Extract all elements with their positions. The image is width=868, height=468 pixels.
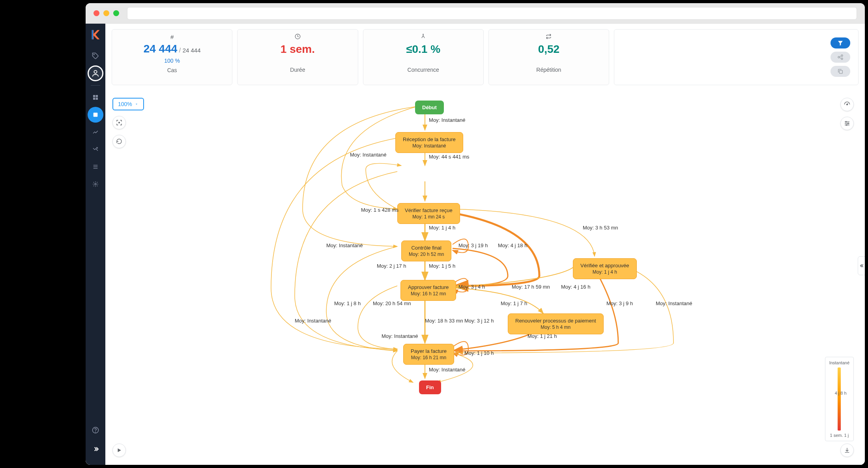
- sliders-button[interactable]: [840, 117, 854, 130]
- node-verifiee[interactable]: Vérifiée et approuvée Moy: 1 j 4 h: [573, 258, 637, 279]
- svg-point-27: [846, 121, 847, 123]
- sidebar-item-process[interactable]: [88, 107, 103, 123]
- node-approuver-title: Approuver facture: [408, 284, 449, 290]
- metric-cas-value: 24 444: [144, 43, 178, 55]
- node-payer[interactable]: Payer la facture Moy: 16 h 21 mn: [403, 344, 454, 365]
- process-canvas[interactable]: 100%: [105, 91, 865, 465]
- edge-label: Moy: 1 s 428 ms: [361, 207, 398, 213]
- svg-line-20: [840, 58, 842, 58]
- node-controle-title: Contrôle final: [409, 245, 444, 251]
- node-verifier-sub: Moy: 1 mn 24 s: [405, 214, 453, 220]
- edge-label: Moy: 17 h 59 mn: [512, 284, 550, 290]
- edge-label: Moy: 2 j 17 h: [377, 263, 406, 269]
- main-area: # 24 444 / 24 444 100 % Cas 1: [105, 24, 865, 465]
- node-reception-title: Réception de la facture: [403, 136, 456, 142]
- canvas-controls-right: [840, 98, 854, 130]
- fullscreen-button[interactable]: [112, 116, 126, 129]
- metric-repetition-label: Répétition: [495, 67, 602, 73]
- edge-label: Moy: Instantané: [326, 242, 363, 248]
- edge-label: Moy: 44 s 441 ms: [429, 154, 470, 160]
- edge-label: Moy: 1 j 4 h: [429, 225, 455, 231]
- svg-point-13: [95, 432, 96, 432]
- svg-point-17: [841, 55, 843, 56]
- maximize-window-button[interactable]: [113, 10, 119, 16]
- sidebar-item-expand[interactable]: [88, 441, 103, 457]
- node-reception-sub: Moy: Instantané: [403, 143, 456, 149]
- metrics-bar: # 24 444 / 24 444 100 % Cas 1: [105, 24, 865, 91]
- sidebar-item-dashboard[interactable]: [88, 89, 103, 105]
- svg-rect-3: [96, 95, 98, 97]
- user-avatar[interactable]: [88, 65, 103, 81]
- metric-duree-value: 1 sem.: [244, 43, 351, 56]
- loop-icon: [495, 34, 602, 41]
- filter-share-button[interactable]: [831, 52, 850, 63]
- node-controle-sub: Moy: 20 h 52 mn: [409, 252, 444, 257]
- svg-point-18: [841, 58, 843, 60]
- node-controle[interactable]: Contrôle final Moy: 20 h 52 mn: [401, 241, 451, 261]
- url-bar[interactable]: [127, 7, 857, 20]
- zoom-level: 100%: [118, 101, 132, 107]
- minimize-window-button[interactable]: [103, 10, 109, 16]
- node-verifier[interactable]: Vérifier facture reçue Moy: 1 mn 24 s: [397, 203, 460, 224]
- node-payer-sub: Moy: 16 h 21 mn: [411, 355, 447, 360]
- collapse-panel-button[interactable]: [858, 256, 865, 275]
- metric-card-cas[interactable]: # 24 444 / 24 444 100 % Cas: [112, 29, 232, 85]
- edge-label: Moy: 3 j 4 h: [458, 284, 485, 290]
- svg-point-16: [838, 56, 840, 58]
- metric-divider: /: [179, 47, 183, 54]
- node-start[interactable]: Début: [415, 101, 444, 114]
- sidebar-item-tag[interactable]: [88, 48, 103, 64]
- browser-window: # 24 444 / 24 444 100 % Cas 1: [86, 3, 865, 465]
- node-verifier-title: Vérifier facture reçue: [405, 207, 453, 213]
- edge-label: Moy: 3 j 9 h: [606, 300, 633, 306]
- svg-rect-4: [93, 98, 95, 100]
- node-renouveler[interactable]: Renouveler processus de paiement Moy: 5 …: [508, 313, 604, 334]
- fork-icon: [370, 34, 477, 41]
- node-renouveler-title: Renouveler processus de paiement: [515, 318, 596, 324]
- sidebar: [86, 24, 105, 465]
- svg-rect-5: [96, 98, 98, 100]
- node-approuver-sub: Moy: 16 h 12 mn: [408, 291, 449, 296]
- edge-label: Moy: 4 j 16 h: [561, 284, 590, 290]
- filter-funnel-button[interactable]: [831, 37, 850, 48]
- node-verifiee-sub: Moy: 1 j 4 h: [580, 269, 629, 275]
- node-payer-title: Payer la facture: [411, 348, 447, 354]
- edge-label: Moy: 3 j 19 h: [458, 242, 488, 248]
- metric-concurrence-value: ≤0.1 %: [370, 43, 477, 56]
- filter-copy-button[interactable]: [831, 66, 850, 77]
- edge-label: Moy: 20 h 54 mn: [373, 300, 411, 306]
- svg-point-15: [423, 34, 423, 34]
- node-end-label: Fin: [426, 384, 434, 390]
- metric-concurrence-label: Concurrence: [370, 67, 477, 73]
- sidebar-item-analytics[interactable]: [88, 124, 103, 140]
- svg-point-11: [95, 183, 96, 185]
- svg-rect-2: [93, 95, 95, 97]
- svg-rect-6: [94, 113, 98, 117]
- app-logo[interactable]: [90, 29, 101, 40]
- edge-label: Moy: 18 h 33 mn: [425, 318, 463, 324]
- node-end[interactable]: Fin: [419, 380, 441, 394]
- sidebar-item-list[interactable]: [88, 159, 103, 175]
- edge-label: Moy: Instantané: [295, 318, 331, 324]
- edge-label: Moy: 4 j 18 h: [498, 242, 527, 248]
- edge-label: Moy: 3 j 12 h: [464, 318, 494, 324]
- filter-toolbar: [614, 29, 859, 85]
- sidebar-item-help[interactable]: [88, 422, 103, 438]
- hash-icon: #: [118, 34, 226, 40]
- node-reception[interactable]: Réception de la facture Moy: Instantané: [395, 132, 463, 153]
- metric-duree-label: Durée: [244, 67, 351, 73]
- metric-card-duree[interactable]: 1 sem. Durée: [237, 29, 358, 85]
- metric-cas-label: Cas: [118, 67, 226, 73]
- speed-button[interactable]: [840, 98, 854, 111]
- metric-card-repetition[interactable]: 0,52 Répétition: [488, 29, 609, 85]
- sidebar-item-settings[interactable]: [88, 176, 103, 192]
- refresh-button[interactable]: [112, 135, 126, 148]
- metric-card-concurrence[interactable]: ≤0.1 % Concurrence: [363, 29, 484, 85]
- sidebar-item-variants[interactable]: [88, 142, 103, 157]
- close-window-button[interactable]: [94, 10, 99, 16]
- svg-point-0: [94, 54, 95, 55]
- zoom-selector[interactable]: 100%: [112, 98, 144, 110]
- node-approuver[interactable]: Approuver facture Moy: 16 h 12 mn: [400, 280, 456, 301]
- svg-point-1: [94, 71, 97, 73]
- canvas-controls-left: 100%: [112, 98, 144, 148]
